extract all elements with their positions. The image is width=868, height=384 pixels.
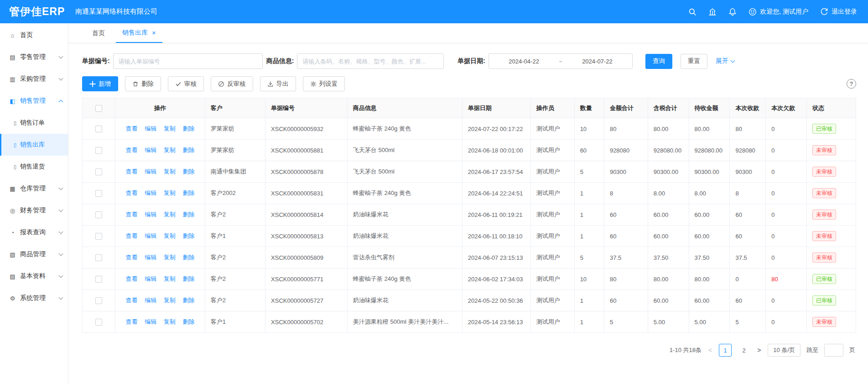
- sidebar-item-sales-orders[interactable]: ▯ 销售订单: [0, 112, 68, 134]
- edit-link[interactable]: 编辑: [145, 147, 156, 153]
- edit-link[interactable]: 编辑: [145, 189, 156, 196]
- copy-link[interactable]: 复制: [164, 297, 176, 304]
- copy-link[interactable]: 复制: [164, 189, 176, 196]
- copy-link[interactable]: 复制: [164, 125, 176, 132]
- bell-icon[interactable]: [728, 8, 737, 16]
- received-cell: 60: [730, 290, 766, 311]
- column-settings-button[interactable]: 列设置: [303, 76, 345, 91]
- delete-link[interactable]: 删除: [182, 232, 194, 239]
- view-link[interactable]: 查看: [126, 125, 138, 132]
- select-all-checkbox[interactable]: [95, 105, 102, 112]
- amount-cell: 80: [604, 268, 648, 290]
- copy-link[interactable]: 复制: [164, 168, 176, 175]
- delete-link[interactable]: 删除: [182, 125, 194, 132]
- audit-button[interactable]: 审核: [168, 76, 204, 91]
- logout-button[interactable]: 退出登录: [820, 8, 857, 16]
- row-checkbox[interactable]: [95, 147, 102, 154]
- view-link[interactable]: 查看: [126, 297, 138, 304]
- sidebar-item-finance[interactable]: ◎ 财务管理: [0, 200, 68, 221]
- copy-link[interactable]: 复制: [164, 275, 176, 282]
- welcome-user[interactable]: 欢迎您, 测试用户: [748, 8, 808, 16]
- delete-link[interactable]: 删除: [182, 275, 194, 282]
- row-checkbox[interactable]: [95, 276, 102, 283]
- sidebar-item-reports[interactable]: ◔ 报表查询: [0, 221, 68, 243]
- edit-link[interactable]: 编辑: [145, 297, 156, 304]
- row-checkbox[interactable]: [95, 126, 102, 132]
- date-range-picker[interactable]: 2024-04-22 ~ 2024-07-22: [489, 53, 633, 69]
- sidebar-item-retail[interactable]: ▤ 零售管理: [0, 46, 68, 68]
- sidebar-item-basic-data[interactable]: ▨ 基本资料: [0, 265, 68, 287]
- expand-link[interactable]: 展开: [716, 57, 734, 65]
- prev-page-button[interactable]: <: [707, 347, 713, 354]
- copy-link[interactable]: 复制: [164, 147, 176, 153]
- edit-link[interactable]: 编辑: [145, 232, 156, 239]
- edit-link[interactable]: 编辑: [145, 254, 156, 261]
- copy-link[interactable]: 复制: [164, 211, 176, 218]
- help-icon[interactable]: ?: [847, 79, 856, 89]
- delete-link[interactable]: 删除: [182, 211, 194, 218]
- view-link[interactable]: 查看: [126, 275, 138, 282]
- row-checkbox[interactable]: [95, 211, 102, 218]
- tab-sales-outbound[interactable]: 销售出库 ×: [116, 23, 162, 43]
- view-link[interactable]: 查看: [126, 147, 138, 153]
- delete-link[interactable]: 删除: [182, 254, 194, 261]
- row-checkbox[interactable]: [95, 168, 102, 175]
- sidebar-subitem-label: 销售退货: [20, 163, 45, 171]
- building-icon[interactable]: [708, 8, 717, 16]
- jump-page-input[interactable]: [824, 344, 843, 357]
- delete-link[interactable]: 删除: [182, 147, 194, 153]
- sidebar-item-system[interactable]: ⚙ 系统管理: [0, 287, 68, 309]
- page-size-select[interactable]: 10 条/页: [768, 344, 800, 357]
- view-link[interactable]: 查看: [126, 318, 138, 325]
- tab-home[interactable]: 首页: [86, 23, 111, 43]
- edit-link[interactable]: 编辑: [145, 318, 156, 325]
- sidebar-item-warehouse[interactable]: ▦ 仓库管理: [0, 178, 68, 200]
- search-icon[interactable]: [688, 8, 696, 16]
- tab-close-icon[interactable]: ×: [152, 29, 156, 36]
- sidebar-item-sales[interactable]: ◧ 销售管理: [0, 90, 68, 112]
- sidebar-item-products[interactable]: ▧ 商品管理: [0, 243, 68, 265]
- qty-cell: 10: [574, 118, 604, 140]
- customer-cell: 客户2: [205, 247, 265, 268]
- page-1-button[interactable]: 1: [719, 344, 732, 357]
- view-link[interactable]: 查看: [126, 254, 138, 261]
- page-2-button[interactable]: 2: [738, 344, 750, 357]
- tax-total-cell: 80.00: [648, 268, 689, 290]
- copy-link[interactable]: 复制: [164, 254, 176, 261]
- sidebar-item-purchase[interactable]: ▥ 采购管理: [0, 68, 68, 90]
- doc-no-input[interactable]: [113, 53, 263, 69]
- export-button[interactable]: 导出: [260, 76, 296, 91]
- add-button[interactable]: 新增: [82, 76, 118, 91]
- table-body: 查看 编辑 复制 删除 罗莱家纺 XSCK00000005932 蜂蜜柚子茶 2…: [83, 118, 856, 333]
- edit-link[interactable]: 编辑: [145, 168, 156, 175]
- reset-button[interactable]: 重置: [681, 54, 707, 69]
- doc-no-cell: XSCK00000005702: [265, 311, 348, 333]
- product-info-input[interactable]: [297, 53, 444, 69]
- row-checkbox[interactable]: [95, 254, 102, 261]
- delete-link[interactable]: 删除: [182, 168, 194, 175]
- delete-link[interactable]: 删除: [182, 318, 194, 325]
- received-cell: 5: [730, 311, 766, 333]
- row-checkbox[interactable]: [95, 233, 102, 240]
- sidebar-item-home[interactable]: ⌂ 首页: [0, 24, 68, 46]
- delete-button[interactable]: 删除: [125, 76, 161, 91]
- query-button[interactable]: 查询: [645, 54, 672, 69]
- edit-link[interactable]: 编辑: [145, 275, 156, 282]
- copy-link[interactable]: 复制: [164, 318, 176, 325]
- delete-link[interactable]: 删除: [182, 189, 194, 196]
- view-link[interactable]: 查看: [126, 211, 138, 218]
- delete-link[interactable]: 删除: [182, 297, 194, 304]
- row-checkbox[interactable]: [95, 190, 102, 197]
- edit-link[interactable]: 编辑: [145, 211, 156, 218]
- view-link[interactable]: 查看: [126, 189, 138, 196]
- unaudit-button[interactable]: 反审核: [211, 76, 253, 91]
- next-page-button[interactable]: >: [756, 347, 762, 354]
- sidebar-item-sales-outbound[interactable]: ▯ 销售出库: [0, 134, 68, 156]
- copy-link[interactable]: 复制: [164, 232, 176, 239]
- view-link[interactable]: 查看: [126, 168, 138, 175]
- row-checkbox[interactable]: [95, 319, 102, 326]
- edit-link[interactable]: 编辑: [145, 125, 156, 132]
- row-checkbox[interactable]: [95, 297, 102, 304]
- view-link[interactable]: 查看: [126, 232, 138, 239]
- sidebar-item-sales-returns[interactable]: ▯ 销售退货: [0, 156, 68, 178]
